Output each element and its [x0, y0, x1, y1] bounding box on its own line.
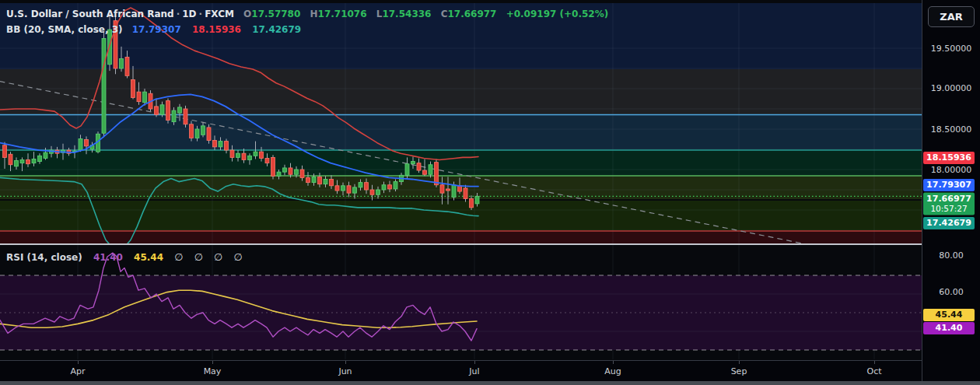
- candle-down: [9, 154, 12, 165]
- rsi-ma-value: 45.44: [126, 252, 163, 263]
- candle-up: [341, 186, 345, 191]
- candle-up: [195, 129, 199, 138]
- candle-down: [213, 141, 217, 147]
- candle-down: [423, 170, 427, 174]
- price-badge: 17.79307: [923, 179, 975, 191]
- candle-down: [300, 170, 304, 177]
- bb-lower-value: 17.42679: [244, 24, 301, 35]
- change-value: +0.09197 (+0.52%): [500, 9, 609, 19]
- low-value: 17.54336: [382, 9, 431, 19]
- candle-up: [120, 59, 124, 68]
- candle-down: [470, 198, 474, 207]
- time-axis-tick: [78, 361, 79, 364]
- bb-legend-row[interactable]: BB (20, SMA, close, 3) 17.79307 18.15936…: [6, 24, 301, 35]
- candle-up: [172, 110, 176, 122]
- candle-up: [160, 105, 164, 114]
- candle-up: [236, 153, 240, 157]
- time-axis-tick: [874, 361, 875, 364]
- candle-up: [312, 177, 316, 182]
- candle-up: [143, 92, 147, 103]
- currency-button[interactable]: ZAR: [928, 6, 975, 27]
- candle-down: [330, 179, 334, 185]
- price-axis-label: 19.50000: [922, 44, 980, 54]
- trading-chart-app: U.S. Dollar / South African Rand·1D·FXCM…: [0, 0, 980, 385]
- chart-pane[interactable]: [0, 0, 922, 360]
- candle-down: [440, 185, 444, 193]
- candle-down: [26, 160, 30, 164]
- candle-up: [20, 160, 24, 163]
- month-label: Apr: [70, 366, 85, 376]
- price-badge: 17.6697710:57:27: [923, 193, 975, 215]
- candle-down: [184, 109, 187, 124]
- candle-down: [207, 128, 211, 141]
- rsi-indicator-label: RSI (14, close): [6, 252, 82, 263]
- horizontal-scrollbar[interactable]: [0, 381, 980, 385]
- time-axis-tick: [613, 361, 614, 364]
- candle-up: [376, 190, 380, 194]
- candle-up: [38, 156, 42, 161]
- candle-up: [248, 156, 252, 159]
- candle-down: [458, 186, 462, 191]
- candle-up: [201, 126, 205, 135]
- main-chart-canvas[interactable]: [0, 0, 922, 360]
- candle-up: [44, 152, 47, 158]
- exchange-label: FXCM: [205, 9, 234, 19]
- candle-down: [190, 124, 194, 138]
- candle-up: [283, 168, 287, 172]
- candle-up: [79, 138, 82, 150]
- candle-down: [464, 188, 467, 199]
- price-badge: 41.40: [923, 322, 975, 334]
- candle-down: [335, 186, 339, 191]
- bb-indicator-label: BB (20, SMA, close, 3): [6, 24, 123, 35]
- low-label: L: [370, 9, 383, 19]
- close-label: C: [435, 9, 448, 19]
- candle-up: [411, 162, 415, 164]
- time-axis[interactable]: AprMayJunJulAugSepOct: [0, 361, 922, 381]
- price-badge: 17.42679: [923, 217, 975, 229]
- candle-down: [306, 177, 310, 182]
- time-axis-tick: [474, 361, 475, 364]
- high-value: 17.71076: [318, 9, 367, 19]
- time-axis-tick: [739, 361, 740, 364]
- month-label: Oct: [866, 366, 881, 376]
- candle-down: [318, 177, 322, 184]
- candle-down: [446, 189, 450, 191]
- price-axis-label: 80.00: [922, 250, 980, 261]
- candle-up: [452, 185, 456, 198]
- candle-down: [85, 140, 89, 146]
- month-label: Aug: [604, 366, 621, 376]
- price-axis[interactable]: ZAR 19.5000019.0000018.5000018.0000080.0…: [922, 0, 980, 385]
- timeframe-label: 1D: [182, 9, 196, 19]
- candle-down: [242, 153, 246, 159]
- separator: ·: [174, 9, 183, 19]
- symbol-legend-row[interactable]: U.S. Dollar / South African Rand·1D·FXCM…: [6, 9, 608, 19]
- candle-down: [225, 142, 229, 150]
- pane-separator[interactable]: [0, 243, 980, 245]
- rsi-legend-row[interactable]: RSI (14, close) 41.40 45.44 ∅ ∅ ∅ ∅: [6, 251, 244, 263]
- candle-up: [277, 172, 281, 176]
- price-axis-label: 19.00000: [922, 83, 980, 93]
- price-axis-label: 18.50000: [922, 124, 980, 135]
- candle-up: [102, 39, 106, 134]
- candle-up: [178, 107, 182, 113]
- candle-up: [359, 183, 362, 187]
- candle-up: [405, 164, 409, 176]
- high-label: H: [304, 9, 318, 19]
- candle-down: [131, 80, 135, 98]
- price-axis-label: 18.00000: [922, 165, 980, 175]
- candle-up: [475, 196, 479, 204]
- candle-down: [3, 145, 7, 158]
- month-label: Sep: [731, 366, 747, 376]
- open-value: 17.57780: [251, 9, 300, 19]
- candle-down: [166, 101, 170, 121]
- candle-down: [417, 163, 421, 170]
- candle-up: [219, 142, 222, 147]
- month-label: Jul: [469, 366, 479, 376]
- time-axis-tick: [212, 361, 213, 364]
- candle-up: [382, 185, 386, 190]
- rsi-empty-values: ∅ ∅ ∅ ∅: [166, 251, 244, 263]
- candle-up: [254, 152, 257, 156]
- main-pane[interactable]: [0, 3, 922, 250]
- time-axis-tick: [345, 361, 346, 364]
- candle-down: [370, 190, 374, 194]
